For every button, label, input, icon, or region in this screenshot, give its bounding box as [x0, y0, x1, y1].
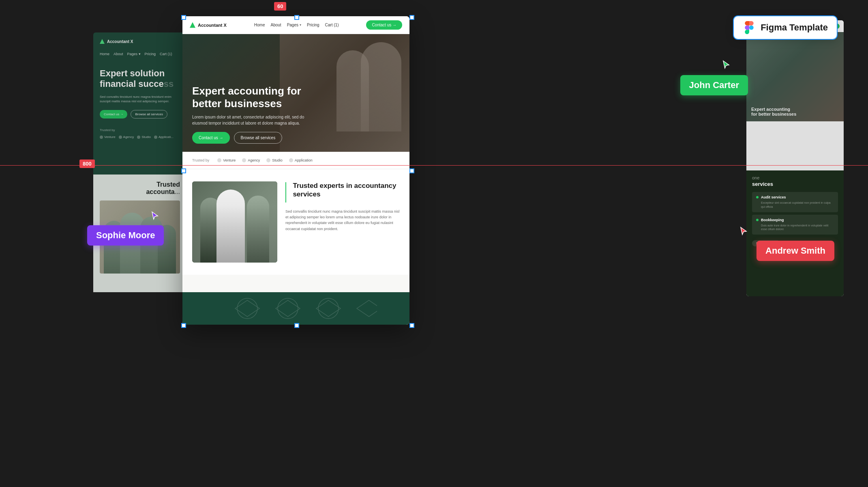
right-lower-header: one services Audit services Excepteur si…	[746, 170, 844, 251]
content-text-area: Trusted experts in accountancy services …	[285, 181, 400, 232]
content-description: Sed convallis tincidunt nunc magna tinci…	[285, 209, 400, 232]
center-logo-text: Accountant X	[198, 23, 227, 28]
selection-handle-bl[interactable]	[181, 323, 186, 328]
sophie-moore-badge: Sophie Moore	[87, 225, 164, 246]
figma-red-circle	[745, 21, 749, 26]
center-contact-button[interactable]: Contact us →	[366, 20, 402, 30]
cursor-andrew-smith	[739, 226, 748, 238]
content-image-overlay	[192, 181, 277, 263]
nav-home[interactable]: Home	[254, 23, 265, 27]
cursor-arrow-sophie-icon	[150, 211, 160, 221]
trusted-logo-venture: Venture	[100, 135, 116, 139]
content-grid: Trusted experts in accountancy services …	[192, 181, 400, 263]
figma-green-circle	[745, 30, 749, 34]
teal-pattern-svg	[215, 292, 377, 325]
john-carter-badge: John Carter	[680, 75, 748, 95]
logo-icon	[100, 39, 105, 44]
frame-right-hero: Expert accountingfor better businesses	[746, 32, 844, 121]
hero-contact-button[interactable]: Contact us →	[192, 132, 230, 144]
audit-dot	[756, 196, 759, 198]
figma-blue-circle	[749, 26, 754, 30]
trusted-label: Trusted by	[192, 158, 209, 162]
selection-handle-bc[interactable]	[294, 323, 299, 328]
venture-icon	[217, 158, 221, 162]
nav-pages[interactable]: Pages ▾	[287, 23, 301, 27]
nav-about[interactable]: About	[271, 23, 281, 27]
application-icon	[289, 158, 293, 162]
left-contact-button[interactable]: Contact us →	[100, 110, 127, 119]
center-bottom-teal	[182, 292, 409, 325]
selection-handle-mr[interactable]	[409, 168, 414, 173]
bookkeeping-dot	[756, 219, 759, 221]
frame-left-buttons: Contact us → Browse all services	[100, 110, 180, 119]
diamond-4	[357, 300, 377, 317]
guide-line-horizontal	[0, 165, 868, 166]
trusted-logo-studio: Studio	[137, 135, 151, 139]
trusted-logo-agency: Agency	[119, 135, 134, 139]
circle-2	[278, 298, 298, 319]
nav-cart[interactable]: Cart (1)	[325, 23, 339, 27]
figma-svg	[743, 21, 756, 34]
hero-browse-button[interactable]: Browse all services	[234, 132, 283, 144]
hero-title: Expert accounting for better businesses	[192, 85, 322, 110]
right-services-title: services	[752, 181, 838, 187]
figma-orange-circle	[749, 21, 754, 26]
trusted-by-label: Trusted by	[100, 128, 180, 132]
hero-buttons: Contact us → Browse all services	[192, 132, 322, 144]
frame-left-hero-text: Expert solutionfinancial success	[100, 68, 180, 90]
trusted-logo-app: Applicati...	[154, 135, 174, 139]
selection-handle-br[interactable]	[409, 323, 414, 328]
service-card-audit: Audit services Excepteur sint occaecat c…	[752, 192, 838, 212]
center-hero-content: Expert accounting for better businesses …	[182, 77, 332, 152]
brand-application: Application	[289, 158, 313, 162]
venture-dot	[100, 136, 103, 139]
figma-logo-icon	[743, 21, 756, 34]
agency-icon	[242, 158, 246, 162]
center-trusted-section: Trusted by Venture Agency Studio Applica…	[182, 152, 409, 169]
center-logo: Accountant X	[190, 22, 227, 28]
audit-title: Audit services	[761, 195, 786, 199]
frame-center: Accountant X Home About Pages ▾ Pricing …	[182, 16, 409, 325]
right-services-subtitle: one	[752, 175, 838, 180]
frame-right-lower: one services Audit services Excepteur si…	[746, 170, 844, 296]
cursor-sophie-moore	[150, 211, 160, 222]
center-nav-items[interactable]: Home About Pages ▾ Pricing Cart (1)	[254, 23, 339, 27]
selection-handle-tl[interactable]	[181, 15, 186, 20]
canvas: 800 60 Accountant X Home About Pages ▾ P…	[0, 0, 868, 487]
brand-agency: Agency	[242, 158, 260, 162]
selection-handle-tc[interactable]	[294, 15, 299, 20]
center-logo-icon	[190, 22, 195, 28]
studio-dot	[137, 136, 140, 139]
circle-1	[237, 298, 257, 319]
cursor-path	[723, 61, 729, 68]
audit-desc: Excepteur sint occaecat cupidatat non pr…	[756, 201, 834, 209]
frame-left-desc: Sed convallis tincidunt nunc magna tinci…	[100, 95, 180, 103]
cursor-arrow-icon	[721, 60, 731, 70]
trusted-brands: Venture Agency Studio Application	[217, 158, 313, 162]
service-card-bookkeeping: Bookkeeping Duis aute irure dolor in rep…	[752, 215, 838, 235]
trusted-logos: Venture Agency Studio Applicati...	[100, 135, 180, 139]
brand-studio: Studio	[266, 158, 283, 162]
hero-description: Lorem ipsum dolor sit amet, consectetur …	[192, 114, 306, 126]
figma-template-badge: Figma Template	[733, 15, 838, 40]
chevron-down-icon: ▾	[300, 23, 301, 27]
app-dot	[154, 136, 157, 139]
nav-pricing[interactable]: Pricing	[307, 23, 319, 27]
bookkeeping-title: Bookkeeping	[761, 218, 784, 222]
agency-dot	[119, 136, 122, 139]
selection-handle-ml[interactable]	[181, 168, 186, 173]
bookkeeping-desc: Duis aute irure dolor in reprehenderit i…	[756, 224, 834, 232]
frame-left-nav: Home About Pages ▾ Pricing Cart (1)	[100, 52, 180, 56]
selection-handle-tr[interactable]	[409, 15, 414, 20]
figma-purple-circle	[745, 26, 749, 30]
figma-badge-text: Figma Template	[761, 22, 828, 33]
frame-left-logo: Accountant X	[100, 39, 180, 44]
andrew-smith-badge: Andrew Smith	[757, 241, 834, 261]
heading-with-bar: Trusted experts in accountancy services	[285, 181, 400, 204]
left-browse-button[interactable]: Browse all services	[131, 110, 167, 119]
cursor-sophie-path	[152, 212, 158, 219]
center-content-section: Trusted experts in accountancy services …	[182, 169, 409, 275]
cursor-andrew-path	[741, 227, 746, 235]
frame-left-lower-title: Trustedaccounta...	[100, 181, 180, 196]
accent-bar	[285, 182, 286, 203]
